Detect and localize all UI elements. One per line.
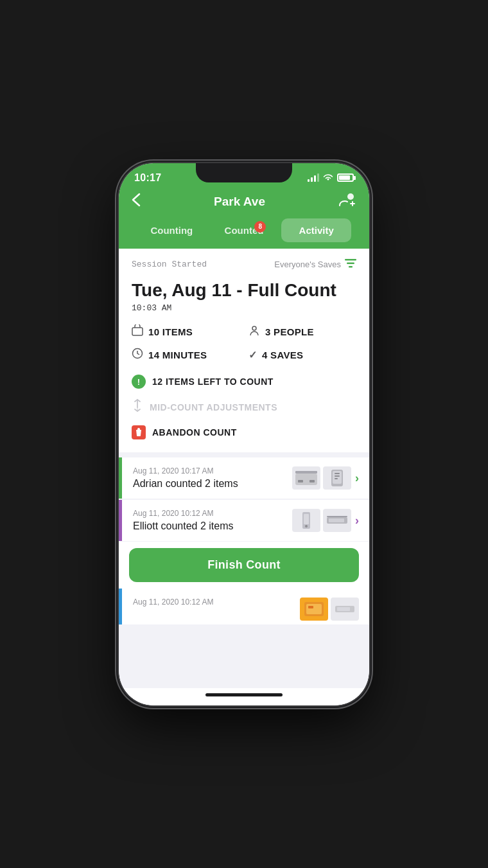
svg-rect-0 [345,259,356,261]
svg-rect-8 [298,480,303,483]
activity-images-2 [292,509,351,532]
svg-rect-13 [335,475,340,477]
counted-badge: 8 [254,221,266,233]
activity-date-2: Aug 11, 2020 10:12 AM [133,509,292,518]
item-thumb-1a [292,466,320,490]
stat-people: 3 PEOPLE [248,324,356,339]
item-thumb-1b [323,466,351,490]
activity-images-1 [292,466,351,490]
svg-rect-19 [329,518,344,522]
stats-grid: 10 ITEMS 3 PEOPLE [132,324,356,362]
signal-bar-2 [311,177,313,182]
screen: 10:17 [119,163,369,705]
item-thumb-3a [300,598,328,621]
activity-item-3[interactable]: Aug 11, 2020 10:12 AM [119,589,369,624]
abandon-item[interactable]: ABANDON COUNT [132,425,356,439]
item-thumb-3b [331,598,359,621]
svg-rect-3 [132,328,143,335]
activity-border-3 [119,589,122,624]
people-icon [248,324,260,339]
svg-rect-6 [295,474,317,485]
items-left-text: 12 ITEMS LEFT TO COUNT [152,376,274,387]
battery-icon [337,173,354,182]
session-title: Tue, Aug 11 - Full Count [132,279,356,301]
activity-border-1 [119,457,122,499]
activity-border-2 [119,500,122,541]
svg-rect-16 [304,514,309,524]
session-header: Session Started Everyone's Saves [132,259,356,270]
stat-minutes: 14 MINUTES [132,348,240,362]
svg-rect-7 [295,471,317,474]
back-button[interactable] [132,193,141,211]
session-time: 10:03 AM [132,303,356,313]
chevron-right-2: › [355,514,359,527]
notch [196,163,292,182]
tab-activity[interactable]: Activity [281,218,351,242]
activity-desc-2: Elliott counted 2 items [133,520,292,532]
mid-count-text: MID-COUNT ADJUSTMENTS [150,402,277,412]
signal-bar-4 [317,173,319,182]
check-icon: ✓ [248,349,257,361]
page-title: Park Ave [214,195,265,209]
chevron-right-1: › [355,472,359,485]
people-value: 3 PEOPLE [265,326,314,337]
items-icon [132,324,143,339]
tabs-container: Counting Counted 8 Activity [132,218,356,249]
minutes-value: 14 MINUTES [148,350,207,360]
wifi-icon [323,173,333,183]
filter-button[interactable]: Everyone's Saves [274,259,356,270]
session-started-label: Session Started [132,260,207,269]
signal-bar-3 [314,175,316,182]
status-time: 10:17 [134,172,161,184]
filter-label: Everyone's Saves [274,260,341,269]
item-thumb-2b [323,509,351,532]
activity-date-3: Aug 11, 2020 10:12 AM [133,598,300,607]
svg-point-17 [305,525,308,527]
svg-rect-12 [335,473,340,474]
svg-rect-14 [335,478,338,479]
activity-desc-1: Adrian counted 2 items [133,478,292,490]
session-card: Session Started Everyone's Saves Tue, Au… [119,249,369,453]
status-icons [308,173,354,183]
abandon-icon [132,425,146,439]
filter-icon [345,259,356,270]
tab-counted[interactable]: Counted 8 [209,218,279,242]
home-indicator [205,693,283,696]
svg-rect-20 [327,516,347,517]
activity-info-3: Aug 11, 2020 10:12 AM [129,598,300,609]
saves-value: 4 SAVES [262,350,303,360]
activity-info-2: Aug 11, 2020 10:12 AM Elliott counted 2 … [129,509,292,532]
finish-btn-container: Finish Count [119,542,369,589]
finish-count-button[interactable]: Finish Count [129,548,359,582]
activity-item-1[interactable]: Aug 11, 2020 10:17 AM Adrian counted 2 i… [119,457,369,499]
activity-date-1: Aug 11, 2020 10:17 AM [133,466,292,475]
alert-icon: ! [132,375,146,389]
phone-frame: 10:17 [119,163,369,705]
svg-rect-2 [349,266,353,268]
main-content: Session Started Everyone's Saves Tue, Au… [119,249,369,688]
svg-rect-1 [347,262,354,264]
abandon-text: ABANDON COUNT [152,427,237,438]
svg-rect-9 [309,480,315,483]
add-user-button[interactable] [338,193,356,210]
header: Park Ave Counting Counted 8 [119,188,369,249]
mid-count-icon [132,399,143,415]
signal-bar-1 [308,179,309,182]
svg-rect-22 [306,604,322,614]
header-nav: Park Ave [132,193,356,218]
stat-saves: ✓ 4 SAVES [248,348,356,362]
svg-rect-23 [308,606,313,608]
item-thumb-2a [292,509,320,532]
stat-items: 10 ITEMS [132,324,240,339]
svg-rect-25 [337,607,350,611]
home-indicator-container [119,688,369,705]
items-value: 10 ITEMS [148,326,193,337]
clock-icon [132,348,143,362]
activity-item-2[interactable]: Aug 11, 2020 10:12 AM Elliott counted 2 … [119,499,369,542]
items-left-alert: ! 12 ITEMS LEFT TO COUNT [132,375,356,389]
svg-point-4 [252,326,256,330]
activity-info-1: Aug 11, 2020 10:17 AM Adrian counted 2 i… [129,466,292,490]
mid-count-item[interactable]: MID-COUNT ADJUSTMENTS [132,399,356,415]
tab-counting[interactable]: Counting [137,218,207,242]
signal-bars-icon [308,173,319,182]
